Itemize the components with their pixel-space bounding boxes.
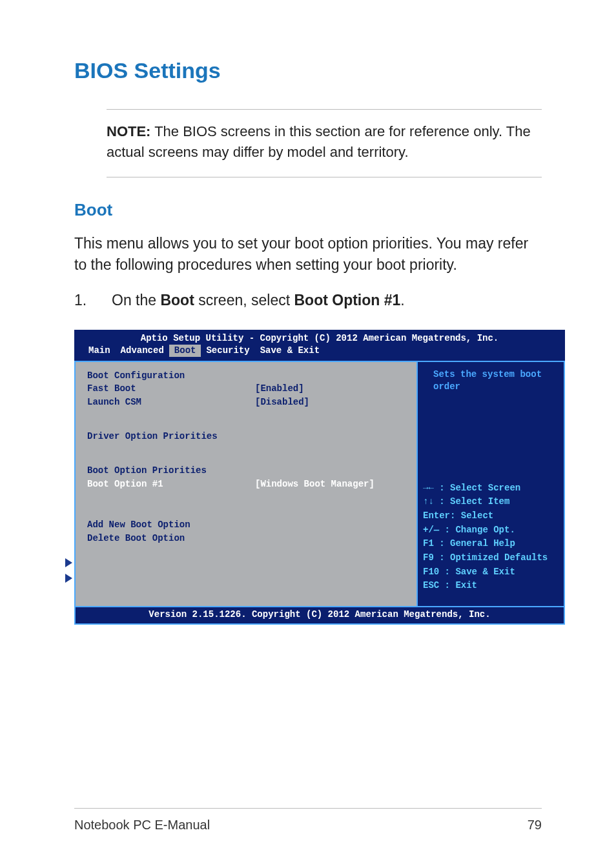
bios-key-legend: →← : Select Screen ↑↓ : Select Item Ente… <box>423 481 559 594</box>
boot-option-priorities: Boot Option Priorities <box>87 465 405 477</box>
step-post: . <box>400 292 404 308</box>
note-label: NOTE: <box>107 123 150 139</box>
step-bold-1: Boot <box>160 292 194 308</box>
bios-screenshot: Aptio Setup Utility - Copyright (C) 2012… <box>74 330 565 625</box>
fast-boot-label: Fast Boot <box>87 383 255 395</box>
step-bold-2: Boot Option #1 <box>294 292 401 308</box>
bios-help-text: Sets the system boot order <box>423 368 559 481</box>
page-title: BIOS Settings <box>74 58 542 83</box>
bios-right-panel: Sets the system boot order →← : Select S… <box>418 362 565 607</box>
legend-optimized-defaults: F9 : Optimized Defaults <box>423 551 559 565</box>
legend-select-item: ↑↓ : Select Item <box>423 495 559 509</box>
step-mid: screen, select <box>194 292 294 308</box>
tab-main[interactable]: Main <box>83 345 116 357</box>
delete-boot-option[interactable]: Delete Boot Option <box>87 532 405 545</box>
legend-change-opt: +/— : Change Opt. <box>423 523 559 538</box>
boot-configuration-heading: Boot Configuration <box>87 370 405 382</box>
tab-security[interactable]: Security <box>201 345 254 357</box>
legend-exit: ESC : Exit <box>423 579 559 593</box>
boot-option-1-row[interactable]: Boot Option #1 [Windows Boot Manager] <box>87 478 405 490</box>
legend-enter: Enter: Select <box>423 509 559 523</box>
pointer-arrow-icon <box>65 558 72 567</box>
note-block: NOTE: The BIOS screens in this section a… <box>107 109 542 177</box>
launch-csm-value: [Disabled] <box>255 396 309 409</box>
boot-option-1-label: Boot Option #1 <box>87 478 255 490</box>
intro-paragraph: This menu allows you to set your boot op… <box>74 233 542 276</box>
section-heading-boot: Boot <box>74 200 542 220</box>
page-footer: Notebook PC E-Manual 79 <box>74 808 542 833</box>
fast-boot-value: [Enabled] <box>255 383 304 395</box>
legend-select-screen: →← : Select Screen <box>423 481 559 496</box>
step-pre: On the <box>112 292 160 308</box>
pointer-arrow-icon <box>65 574 72 583</box>
launch-csm-label: Launch CSM <box>87 396 255 409</box>
step-1: 1. On the Boot screen, select Boot Optio… <box>74 290 542 311</box>
bios-footer: Version 2.15.1226. Copyright (C) 2012 Am… <box>74 607 565 625</box>
step-number: 1. <box>74 290 112 311</box>
add-new-boot-option[interactable]: Add New Boot Option <box>87 519 405 531</box>
footer-left: Notebook PC E-Manual <box>74 818 210 833</box>
boot-option-1-value: [Windows Boot Manager] <box>255 478 375 490</box>
fast-boot-row[interactable]: Fast Boot [Enabled] <box>87 383 405 395</box>
footer-page-number: 79 <box>528 818 542 833</box>
bios-header: Aptio Setup Utility - Copyright (C) 2012… <box>74 332 565 345</box>
bios-left-panel: Boot Configuration Fast Boot [Enabled] L… <box>74 362 418 607</box>
launch-csm-row[interactable]: Launch CSM [Disabled] <box>87 396 405 409</box>
legend-save-exit: F10 : Save & Exit <box>423 565 559 580</box>
tab-boot[interactable]: Boot <box>169 345 201 357</box>
bios-tabstrip: Main Advanced Boot Security Save & Exit <box>74 345 565 359</box>
step-text: On the Boot screen, select Boot Option #… <box>112 290 405 311</box>
note-text: The BIOS screens in this section are for… <box>107 123 531 160</box>
legend-general-help: F1 : General Help <box>423 537 559 551</box>
tab-advanced[interactable]: Advanced <box>116 345 169 357</box>
tab-save-exit[interactable]: Save & Exit <box>255 345 325 357</box>
driver-option-priorities: Driver Option Priorities <box>87 430 405 443</box>
